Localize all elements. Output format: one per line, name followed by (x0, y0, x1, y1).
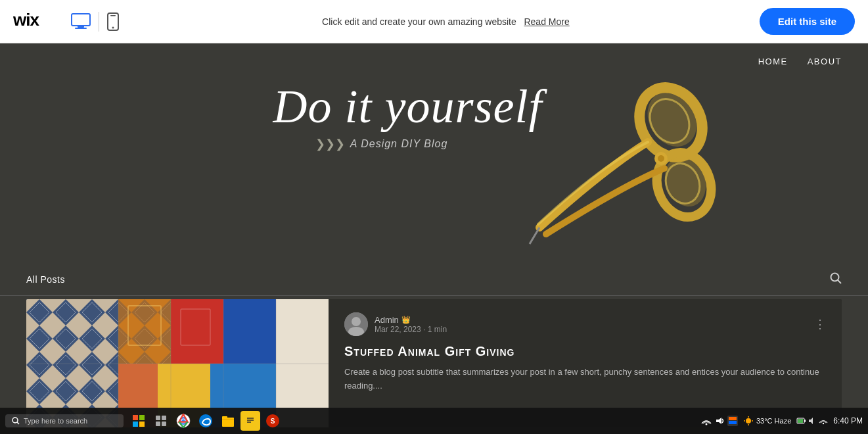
svg-rect-65 (729, 417, 737, 420)
search-button[interactable] (830, 272, 842, 286)
device-separator (99, 12, 99, 32)
svg-rect-45 (139, 422, 145, 427)
app-icon-1[interactable]: S (263, 411, 283, 431)
site-nav: HOME ABOUT (732, 43, 868, 80)
sticky-notes-icon[interactable] (240, 411, 260, 431)
weather-icon (743, 416, 754, 426)
desktop-icon[interactable] (71, 13, 91, 30)
taskbar-time: 6:40 PM (833, 416, 863, 425)
wix-bar-message: Click edit and create your own amazing w… (132, 16, 760, 27)
sound-icon (808, 416, 817, 425)
svg-rect-55 (222, 418, 234, 427)
svg-rect-2 (78, 26, 84, 28)
post-excerpt: Create a blog post subtitle that summari… (344, 366, 826, 393)
taskbar-right: 33°C Haze 6:40 PM (701, 416, 863, 426)
svg-marker-64 (716, 418, 721, 424)
wifi-tray-icon (819, 416, 828, 425)
taskbar-search-text: Type here to search (24, 417, 87, 425)
system-tray (701, 416, 738, 426)
windows-start-icon[interactable] (129, 411, 148, 431)
svg-rect-42 (133, 415, 138, 420)
svg-line-11 (530, 228, 539, 244)
taskbar-task-view-icon[interactable] (151, 411, 171, 431)
svg-rect-57 (244, 415, 256, 427)
author-details: Admin 👑 Mar 22, 2023 · 1 min (375, 315, 447, 334)
site-content: HOME ABOUT Do it yourself ❯❯❯ A Design D… (0, 43, 868, 434)
svg-rect-73 (804, 420, 806, 422)
nav-home[interactable]: HOME (758, 57, 788, 66)
svg-point-5 (112, 26, 114, 28)
svg-rect-74 (798, 419, 803, 423)
svg-rect-44 (133, 422, 138, 427)
taskbar-weather: 33°C Haze (743, 416, 791, 426)
post-author-row: Admin 👑 Mar 22, 2023 · 1 min ⋮ (344, 312, 826, 336)
wix-bar: wix Click edit and create your own amazi… (0, 0, 868, 43)
svg-rect-47 (162, 416, 166, 420)
svg-rect-49 (162, 422, 166, 426)
edit-site-button[interactable]: Edit this site (760, 8, 855, 35)
svg-text:wix: wix (13, 10, 39, 28)
arrows-icon: ❯❯❯ (315, 137, 345, 151)
hero-subtitle-text: A Design DIY Blog (350, 138, 448, 150)
taskbar: Type here to search (0, 408, 868, 434)
svg-text:S: S (271, 418, 275, 425)
svg-point-76 (823, 423, 824, 424)
svg-line-41 (17, 422, 19, 424)
filter-bar: All Posts (0, 263, 868, 296)
post-options-button[interactable]: ⋮ (814, 318, 826, 330)
wix-logo: wix (13, 10, 51, 33)
scissors-decoration (513, 70, 737, 254)
svg-rect-43 (139, 415, 145, 420)
svg-rect-23 (118, 299, 171, 364)
post-author-info: Admin 👑 Mar 22, 2023 · 1 min (344, 312, 447, 336)
tray-icons (796, 416, 828, 425)
nav-about[interactable]: ABOUT (808, 57, 842, 66)
author-crown-icon: 👑 (401, 316, 411, 324)
svg-rect-25 (223, 299, 276, 364)
svg-point-16 (831, 274, 839, 281)
weather-text: 33°C Haze (756, 417, 791, 425)
post-title: Stuffed Animal Gift Giving (344, 344, 826, 359)
svg-point-38 (352, 317, 361, 326)
svg-rect-6 (110, 15, 116, 16)
svg-rect-1 (72, 14, 90, 26)
flag-icon (727, 416, 738, 426)
network-icon (701, 416, 712, 426)
post-meta: Mar 22, 2023 · 1 min (375, 325, 447, 334)
all-posts-label[interactable]: All Posts (26, 274, 65, 285)
mobile-icon[interactable] (107, 12, 119, 31)
file-explorer-icon[interactable] (218, 411, 238, 431)
author-avatar (344, 312, 368, 336)
battery-icon (796, 416, 806, 425)
taskbar-icons: S (129, 411, 283, 431)
svg-point-40 (12, 418, 18, 423)
hero-subtitle: ❯❯❯ A Design DIY Blog (315, 137, 448, 151)
svg-point-10 (658, 155, 664, 162)
svg-line-17 (838, 280, 841, 283)
svg-rect-3 (75, 28, 87, 29)
author-name: Admin 👑 (375, 315, 447, 325)
read-more-link[interactable]: Read More (524, 16, 569, 27)
svg-rect-46 (156, 416, 160, 420)
device-icons (71, 12, 119, 32)
chrome-icon[interactable] (173, 411, 193, 431)
edge-icon[interactable] (196, 411, 216, 431)
taskbar-search[interactable]: Type here to search (5, 414, 124, 427)
svg-rect-48 (156, 422, 160, 426)
svg-rect-56 (222, 416, 227, 419)
hero-title: Do it yourself (273, 83, 543, 130)
svg-marker-75 (809, 418, 813, 424)
svg-point-67 (746, 418, 751, 423)
svg-point-63 (705, 423, 707, 425)
svg-rect-66 (729, 421, 737, 424)
volume-icon (714, 416, 725, 426)
